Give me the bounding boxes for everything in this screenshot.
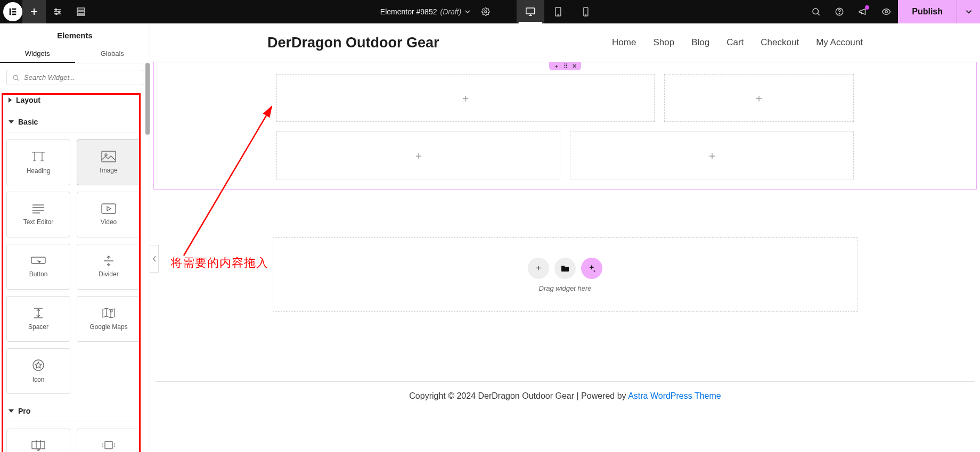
template-library-button[interactable] — [554, 258, 576, 279]
nav-blog[interactable]: Blog — [691, 37, 709, 48]
topbar-left — [0, 0, 93, 23]
empty-column[interactable]: ＋ — [276, 132, 560, 179]
finder-button[interactable] — [804, 0, 828, 23]
widget-google-maps[interactable]: Google Maps — [77, 296, 141, 342]
svg-rect-23 — [102, 204, 116, 213]
search-widget-input[interactable] — [24, 73, 137, 81]
plus-icon: ＋ — [460, 91, 471, 105]
site-nav: Home Shop Blog Cart Checkout My Account — [612, 37, 863, 48]
svg-rect-28 — [105, 441, 112, 449]
nav-cart[interactable]: Cart — [726, 37, 744, 48]
topbar-center: Elementor #9852 (Draft) — [380, 0, 600, 23]
category-pro-header[interactable]: Pro — [6, 400, 143, 422]
svg-rect-27 — [32, 441, 45, 449]
widget-loop-grid[interactable]: Loop Grid — [6, 429, 70, 452]
pro-widget-grid: Loop Grid Loop Carousel — [6, 422, 143, 452]
page-settings-button[interactable] — [477, 0, 494, 23]
row-2: ＋ ＋ — [276, 132, 854, 179]
nav-home[interactable]: Home — [612, 37, 636, 48]
tab-widgets[interactable]: Widgets — [0, 45, 75, 63]
category-basic: Basic Heading Image Text Editor Video — [6, 111, 143, 400]
site-title: DerDragon Outdoor Gear — [267, 35, 439, 51]
svg-point-16 — [813, 9, 819, 14]
top-bar: Elementor #9852 (Draft) — [0, 0, 980, 23]
row-1: ＋ ＋ — [276, 74, 854, 122]
empty-column[interactable]: ＋ — [664, 74, 854, 122]
elements-panel: Elements Widgets Globals Layout Basic He… — [0, 23, 150, 452]
loop-grid-icon — [31, 440, 46, 451]
doc-name: Elementor #9852 — [380, 7, 437, 16]
topbar-right: Publish — [804, 0, 980, 23]
document-title[interactable]: Elementor #9852 (Draft) — [380, 7, 471, 16]
widget-button[interactable]: Button — [6, 244, 70, 290]
widget-video[interactable]: Video — [77, 192, 141, 237]
site-footer: Copyright © 2024 DerDragon Outdoor Gear … — [150, 391, 980, 401]
widget-spacer-label: Spacer — [28, 323, 48, 331]
widget-heading[interactable]: Heading — [6, 139, 70, 185]
category-layout: Layout — [6, 89, 143, 111]
category-basic-header[interactable]: Basic — [6, 111, 143, 133]
category-layout-header[interactable]: Layout — [6, 89, 143, 111]
help-button[interactable] — [828, 0, 851, 23]
section-close-icon[interactable]: ✕ — [572, 63, 577, 69]
svg-point-4 — [55, 9, 57, 11]
ai-button[interactable] — [581, 258, 602, 279]
nav-shop[interactable]: Shop — [653, 37, 674, 48]
panel-scrollbar[interactable] — [145, 63, 150, 135]
device-tablet[interactable] — [544, 0, 572, 23]
panel-tabs: Widgets Globals — [0, 45, 150, 63]
section-container[interactable]: ＋ ⠿ ✕ ＋ ＋ ＋ ＋ — [153, 62, 977, 190]
svg-point-19 — [885, 11, 888, 13]
widget-image[interactable]: Image — [77, 139, 141, 185]
publish-button[interactable]: Publish — [898, 0, 957, 23]
footer-theme-link[interactable]: Astra WordPress Theme — [628, 391, 721, 400]
svg-rect-2 — [12, 11, 16, 13]
widget-divider[interactable]: Divider — [77, 244, 141, 290]
add-section-button[interactable]: ＋ — [528, 258, 549, 279]
device-mobile[interactable] — [572, 0, 600, 23]
widget-spacer[interactable]: Spacer — [6, 296, 70, 342]
device-desktop[interactable] — [517, 0, 544, 23]
elementor-logo[interactable] — [3, 2, 22, 21]
widget-video-label: Video — [101, 218, 117, 226]
widget-button-label: Button — [29, 270, 48, 278]
drop-buttons: ＋ — [528, 258, 602, 279]
widget-loop-carousel[interactable]: Loop Carousel — [77, 429, 141, 452]
site-settings-button[interactable] — [46, 0, 69, 23]
empty-column[interactable]: ＋ — [276, 74, 655, 122]
section-add-icon[interactable]: ＋ — [553, 63, 559, 69]
widget-image-label: Image — [100, 167, 117, 174]
text-editor-icon — [31, 203, 45, 214]
drop-widget-area[interactable]: ＋ Drag widget here — [273, 237, 858, 312]
section-drag-icon[interactable]: ⠿ — [564, 63, 568, 69]
site-header: DerDragon Outdoor Gear Home Shop Blog Ca… — [150, 23, 980, 62]
category-basic-label: Basic — [18, 118, 38, 126]
basic-widget-grid: Heading Image Text Editor Video Button — [6, 133, 143, 400]
widget-icon-label: Icon — [32, 376, 45, 383]
svg-rect-8 — [77, 11, 85, 13]
publish-options-button[interactable] — [957, 0, 980, 23]
empty-column[interactable]: ＋ — [570, 132, 854, 179]
add-element-button[interactable] — [22, 0, 46, 23]
preview-button[interactable] — [875, 0, 898, 23]
spacer-icon — [32, 307, 45, 319]
widgets-scroll[interactable]: Layout Basic Heading Image Text — [0, 89, 150, 452]
structure-button[interactable] — [69, 0, 93, 23]
plus-icon: ＋ — [707, 149, 717, 163]
chevron-left-icon — [152, 256, 157, 262]
widget-text-editor-label: Text Editor — [23, 218, 54, 226]
svg-point-15 — [585, 14, 586, 15]
plus-icon: ＋ — [754, 91, 764, 105]
whats-new-button[interactable] — [851, 0, 875, 23]
tab-globals[interactable]: Globals — [75, 45, 150, 63]
widget-text-editor[interactable]: Text Editor — [6, 192, 70, 237]
nav-account[interactable]: My Account — [816, 37, 863, 48]
notification-dot-icon — [865, 5, 869, 10]
search-widget-box[interactable] — [6, 70, 143, 85]
drop-hint-text: Drag widget here — [539, 284, 592, 292]
widget-icon[interactable]: Icon — [6, 348, 70, 394]
svg-rect-21 — [102, 151, 116, 162]
star-icon — [32, 359, 45, 372]
panel-collapse-handle[interactable] — [150, 245, 159, 273]
nav-checkout[interactable]: Checkout — [761, 37, 799, 48]
